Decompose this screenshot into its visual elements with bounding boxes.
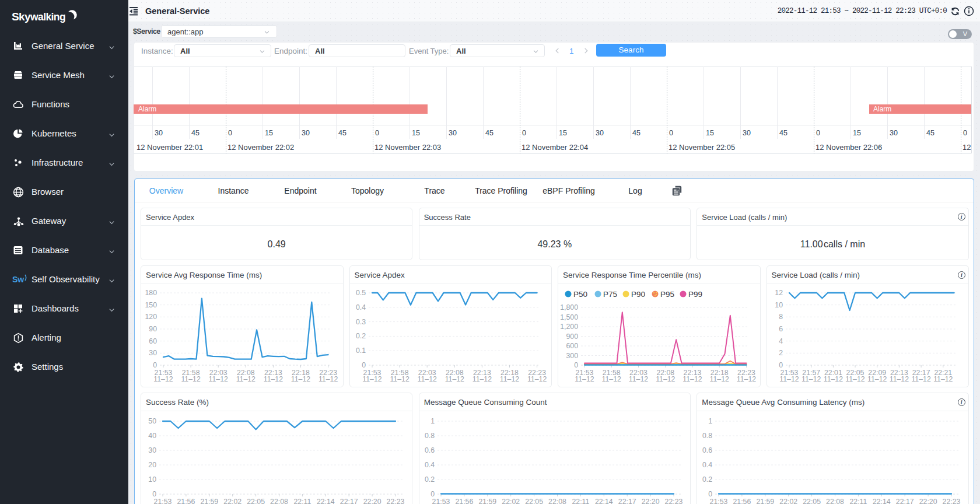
svg-text:P75: P75 [603, 290, 617, 299]
svg-text:0.6: 0.6 [425, 446, 435, 454]
svg-text:11–12: 11–12 [911, 375, 930, 383]
svg-text:21:53: 21:53 [432, 498, 450, 504]
svg-text:22:20: 22:20 [919, 498, 937, 504]
svg-text:900: 900 [566, 332, 578, 341]
svg-text:0: 0 [708, 490, 712, 498]
svg-text:22:20: 22:20 [641, 498, 659, 504]
svg-text:11–12: 11–12 [527, 375, 546, 383]
svg-text:1: 1 [708, 417, 712, 425]
svg-text:21:56: 21:56 [177, 498, 195, 504]
svg-text:22:23: 22:23 [664, 498, 682, 504]
svg-text:1,800: 1,800 [560, 303, 578, 312]
svg-text:120: 120 [145, 313, 157, 321]
svg-text:40: 40 [148, 432, 156, 440]
svg-text:11–12: 11–12 [499, 375, 519, 383]
svg-text:22:05: 22:05 [803, 498, 821, 504]
svg-text:150: 150 [145, 301, 157, 309]
svg-text:0: 0 [362, 361, 366, 369]
svg-text:22:08: 22:08 [548, 498, 566, 504]
svg-text:0: 0 [574, 361, 578, 369]
svg-text:11–12: 11–12 [291, 375, 310, 383]
svg-text:22:08: 22:08 [270, 498, 288, 504]
svg-text:0.5: 0.5 [355, 289, 365, 297]
svg-text:22:11: 22:11 [293, 498, 311, 504]
svg-text:10: 10 [775, 301, 783, 309]
svg-text:600: 600 [566, 342, 578, 350]
svg-text:22:14: 22:14 [595, 498, 613, 504]
svg-text:11–12: 11–12 [181, 375, 200, 383]
svg-text:11–12: 11–12 [737, 375, 756, 383]
svg-text:11–12: 11–12 [602, 375, 621, 383]
svg-text:22:23: 22:23 [387, 498, 405, 504]
svg-text:11–12: 11–12 [390, 375, 409, 383]
svg-text:0.2: 0.2 [355, 332, 365, 340]
svg-text:0.8: 0.8 [425, 432, 435, 440]
svg-text:8: 8 [779, 313, 783, 321]
svg-text:12: 12 [775, 289, 783, 297]
svg-text:11–12: 11–12 [362, 375, 382, 383]
svg-text:21:59: 21:59 [200, 498, 218, 504]
svg-text:11–12: 11–12 [710, 375, 729, 383]
svg-text:22:17: 22:17 [896, 498, 914, 504]
svg-text:0.3: 0.3 [355, 318, 365, 326]
svg-text:30: 30 [149, 349, 157, 357]
svg-text:P50: P50 [573, 290, 587, 299]
svg-text:22:11: 22:11 [572, 498, 589, 504]
svg-text:4: 4 [779, 337, 783, 345]
svg-text:11–12: 11–12 [209, 375, 228, 383]
svg-text:22:05: 22:05 [247, 498, 265, 504]
svg-text:50: 50 [148, 417, 156, 425]
svg-text:0.6: 0.6 [702, 446, 712, 454]
svg-text:60: 60 [149, 337, 157, 345]
svg-text:11–12: 11–12 [629, 375, 648, 383]
svg-text:P95: P95 [660, 290, 674, 299]
svg-text:1,500: 1,500 [560, 313, 578, 321]
svg-text:11–12: 11–12 [318, 375, 338, 383]
svg-text:11–12: 11–12 [444, 375, 464, 383]
svg-text:21:56: 21:56 [455, 498, 473, 504]
svg-text:0.8: 0.8 [702, 432, 712, 440]
svg-text:22:14: 22:14 [317, 498, 335, 504]
svg-text:21:53: 21:53 [154, 498, 172, 504]
svg-text:0.2: 0.2 [425, 475, 435, 484]
svg-text:300: 300 [566, 352, 578, 360]
svg-text:11–12: 11–12 [236, 375, 256, 383]
svg-text:P99: P99 [688, 290, 702, 299]
svg-text:0: 0 [153, 361, 157, 369]
svg-text:30: 30 [148, 446, 156, 454]
svg-text:0.2: 0.2 [702, 475, 712, 484]
svg-text:11–12: 11–12 [823, 375, 842, 383]
svg-text:21:59: 21:59 [757, 498, 775, 504]
svg-text:22:17: 22:17 [618, 498, 636, 504]
svg-text:10: 10 [148, 475, 156, 484]
svg-text:6: 6 [779, 325, 783, 333]
svg-text:0.1: 0.1 [355, 346, 365, 355]
svg-text:11–12: 11–12 [682, 375, 702, 383]
svg-text:11–12: 11–12 [802, 375, 821, 383]
svg-text:22:08: 22:08 [826, 498, 844, 504]
svg-text:11–12: 11–12 [264, 375, 283, 383]
svg-text:90: 90 [149, 325, 157, 333]
svg-text:22:20: 22:20 [363, 498, 382, 504]
svg-text:0: 0 [430, 490, 435, 498]
svg-text:11–12: 11–12 [867, 375, 887, 383]
svg-text:11–12: 11–12 [889, 375, 908, 383]
svg-text:2: 2 [779, 349, 783, 357]
svg-text:11–12: 11–12 [153, 375, 173, 383]
svg-text:0.4: 0.4 [425, 461, 435, 469]
svg-text:11–12: 11–12 [417, 375, 436, 383]
svg-text:22:11: 22:11 [850, 498, 867, 504]
svg-text:22:02: 22:02 [223, 498, 242, 504]
svg-text:22:05: 22:05 [525, 498, 543, 504]
svg-text:0.4: 0.4 [702, 461, 712, 469]
svg-text:21:53: 21:53 [710, 498, 728, 504]
svg-text:22:02: 22:02 [502, 498, 520, 504]
svg-text:20: 20 [148, 461, 156, 469]
svg-text:11–12: 11–12 [472, 375, 491, 383]
svg-text:1: 1 [430, 417, 435, 425]
svg-text:0: 0 [779, 361, 783, 369]
svg-text:1,200: 1,200 [560, 323, 578, 331]
svg-text:11–12: 11–12 [933, 375, 953, 383]
svg-text:180: 180 [145, 289, 157, 297]
svg-text:21:59: 21:59 [478, 498, 496, 504]
